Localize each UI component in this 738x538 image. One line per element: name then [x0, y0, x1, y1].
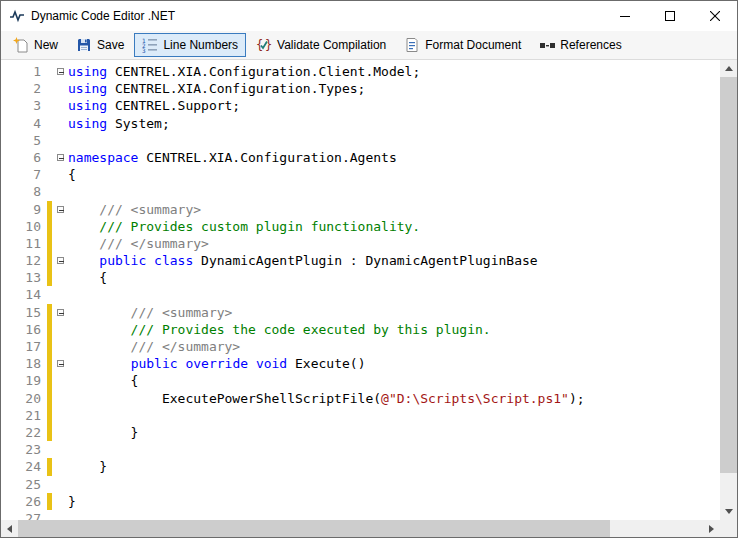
- code-line: 15 /// <summary>: [1, 304, 720, 321]
- horizontal-scrollbar[interactable]: [1, 520, 720, 537]
- fold-collapse-icon[interactable]: [57, 206, 64, 213]
- code-line: 27: [1, 510, 720, 520]
- line-number: 8: [1, 183, 47, 200]
- code-line: 17 /// </summary>: [1, 338, 720, 355]
- scroll-right-button[interactable]: [703, 520, 720, 537]
- code-line: 21: [1, 407, 720, 424]
- line-number: 5: [1, 132, 47, 149]
- line-number: 6: [1, 149, 47, 166]
- fold-collapse-icon[interactable]: [57, 68, 64, 75]
- fold-collapse-icon[interactable]: [57, 257, 64, 264]
- fold-margin: [52, 424, 68, 441]
- fold-margin: [52, 510, 68, 520]
- line-number: 15: [1, 304, 47, 321]
- code-text: using CENTREL.XIA.Configuration.Types;: [68, 80, 365, 97]
- window-title: Dynamic Code Editor .NET: [31, 9, 602, 23]
- format-document-button[interactable]: Format Document: [396, 33, 529, 57]
- line-number: 2: [1, 80, 47, 97]
- editor-area: 1using CENTREL.XIA.Configuration.Client.…: [1, 60, 737, 537]
- fold-margin: [52, 355, 68, 372]
- caption-buttons: [602, 1, 737, 31]
- new-button[interactable]: New: [5, 33, 66, 57]
- line-number: 7: [1, 166, 47, 183]
- fold-margin: [52, 476, 68, 493]
- scroll-down-arrow-icon: [725, 509, 733, 514]
- line-numbers-icon: 1 2 3: [142, 37, 158, 53]
- code-line: 5: [1, 132, 720, 149]
- code-text: namespace CENTREL.XIA.Configuration.Agen…: [68, 149, 397, 166]
- code-text: /// </summary>: [68, 338, 240, 355]
- save-button[interactable]: Save: [68, 33, 132, 57]
- code-line: 10 /// Provides custom plugin functional…: [1, 218, 720, 235]
- code-text: public class DynamicAgentPlugin : Dynami…: [68, 252, 538, 269]
- code-text: }: [68, 424, 138, 441]
- scroll-up-button[interactable]: [720, 60, 737, 77]
- fold-collapse-icon[interactable]: [57, 360, 64, 367]
- fold-margin: [52, 493, 68, 510]
- code-line: 12 public class DynamicAgentPlugin : Dyn…: [1, 252, 720, 269]
- line-number: 17: [1, 338, 47, 355]
- scrollbar-corner: [720, 520, 737, 537]
- code-text: /// Provides custom plugin functionality…: [68, 218, 420, 235]
- fold-margin: [52, 304, 68, 321]
- fold-margin: [52, 115, 68, 132]
- validate-compilation-label: Validate Compilation: [277, 38, 386, 52]
- svg-text:{: {: [256, 38, 263, 52]
- app-icon: [9, 8, 25, 24]
- horizontal-scroll-thumb[interactable]: [18, 520, 610, 537]
- line-number: 1: [1, 63, 47, 80]
- fold-margin: [52, 252, 68, 269]
- code-text: /// </summary>: [68, 235, 209, 252]
- code-text: using CENTREL.Support;: [68, 97, 240, 114]
- code-text: /// <summary>: [68, 304, 232, 321]
- fold-margin: [52, 183, 68, 200]
- fold-margin: [52, 407, 68, 424]
- line-number: 9: [1, 201, 47, 218]
- code-line: 7{: [1, 166, 720, 183]
- code-text: /// <summary>: [68, 201, 201, 218]
- fold-margin: [52, 80, 68, 97]
- fold-margin: [52, 63, 68, 80]
- line-number: 10: [1, 218, 47, 235]
- validate-compilation-button[interactable]: { } Validate Compilation: [248, 33, 394, 57]
- toolbar: New Save 1 2: [1, 31, 737, 60]
- maximize-button[interactable]: [647, 1, 692, 31]
- fold-margin: [52, 338, 68, 355]
- window: Dynamic Code Editor .NET: [0, 0, 738, 538]
- vertical-scrollbar[interactable]: [720, 60, 737, 520]
- code-line: 26}: [1, 493, 720, 510]
- fold-margin: [52, 218, 68, 235]
- line-number: 4: [1, 115, 47, 132]
- scroll-left-button[interactable]: [1, 520, 18, 537]
- code-line: 14: [1, 286, 720, 303]
- fold-margin: [52, 149, 68, 166]
- code-line: 1using CENTREL.XIA.Configuration.Client.…: [1, 63, 720, 80]
- code-line: 9 /// <summary>: [1, 201, 720, 218]
- new-document-icon: [13, 37, 29, 53]
- line-numbers-label: Line Numbers: [163, 38, 238, 52]
- fold-collapse-icon[interactable]: [57, 154, 64, 161]
- line-number: 25: [1, 476, 47, 493]
- references-button[interactable]: References: [531, 33, 629, 57]
- scroll-down-button[interactable]: [720, 503, 737, 520]
- minimize-button[interactable]: [602, 1, 647, 31]
- line-number: 21: [1, 407, 47, 424]
- close-button[interactable]: [692, 1, 737, 31]
- code-line: 11 /// </summary>: [1, 235, 720, 252]
- code-text: {: [68, 372, 138, 389]
- fold-margin: [52, 201, 68, 218]
- line-number: 22: [1, 424, 47, 441]
- code-line: 13 {: [1, 269, 720, 286]
- code-line: 2using CENTREL.XIA.Configuration.Types;: [1, 80, 720, 97]
- fold-collapse-icon[interactable]: [57, 309, 64, 316]
- vertical-scroll-thumb[interactable]: [720, 77, 737, 473]
- fold-margin: [52, 458, 68, 475]
- code-editor[interactable]: 1using CENTREL.XIA.Configuration.Client.…: [1, 60, 720, 520]
- line-numbers-toggle[interactable]: 1 2 3 Line Numbers: [134, 33, 246, 57]
- maximize-icon: [665, 11, 675, 21]
- code-text: /// Provides the code executed by this p…: [68, 321, 491, 338]
- code-line: 24 }: [1, 458, 720, 475]
- svg-text:}: }: [265, 38, 272, 52]
- title-bar[interactable]: Dynamic Code Editor .NET: [1, 1, 737, 31]
- code-line: 6namespace CENTREL.XIA.Configuration.Age…: [1, 149, 720, 166]
